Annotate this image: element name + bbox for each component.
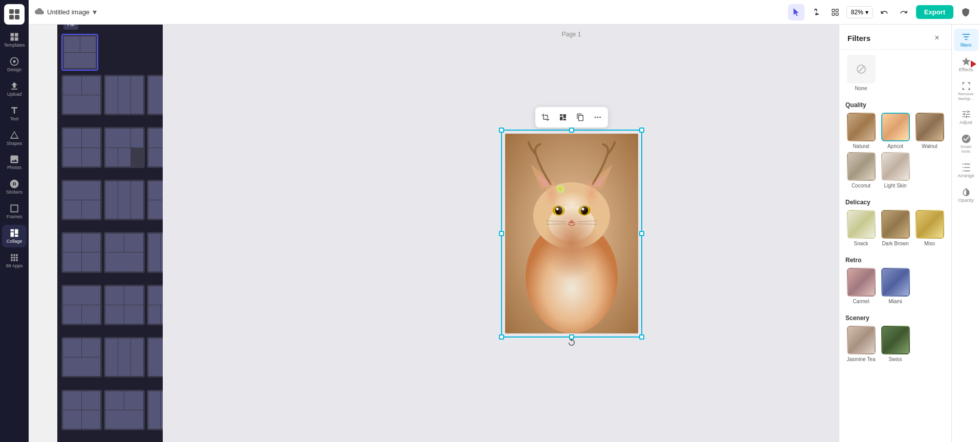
pan-tool-btn[interactable] xyxy=(808,4,824,20)
sidebar-item-templates[interactable]: Templates xyxy=(2,29,27,51)
svg-point-22 xyxy=(555,206,562,215)
right-filters-label: filters xyxy=(961,43,972,48)
template-item[interactable] xyxy=(104,232,144,272)
template-item[interactable] xyxy=(61,337,102,377)
filters-title: Filters xyxy=(847,34,870,43)
more-options-btn[interactable] xyxy=(590,109,606,125)
handle-top-right[interactable] xyxy=(639,128,644,133)
floating-toolbar xyxy=(535,107,608,128)
undo-btn[interactable] xyxy=(876,4,892,20)
template-item[interactable] xyxy=(104,285,144,325)
filter-miso[interactable]: Miso xyxy=(914,210,945,246)
filter-miso-label: Miso xyxy=(924,241,935,246)
svg-point-21 xyxy=(578,205,591,216)
handle-bottom-left[interactable] xyxy=(499,334,504,340)
filter-natural-thumb xyxy=(847,113,876,141)
svg-point-24 xyxy=(556,207,558,210)
handle-middle-right[interactable] xyxy=(639,231,644,236)
redo-btn[interactable] xyxy=(896,4,912,20)
handle-top-left[interactable] xyxy=(499,128,504,133)
svg-rect-1 xyxy=(15,9,19,14)
template-item[interactable] xyxy=(61,75,102,115)
right-item-removebg[interactable]: Remove backgr... xyxy=(954,78,978,104)
filter-snack[interactable]: Snack xyxy=(845,210,877,246)
collage-tool-btn[interactable] xyxy=(555,109,571,125)
right-item-arrange[interactable]: Arrange xyxy=(954,159,978,182)
retro-title: Retro xyxy=(845,257,945,264)
right-item-filters[interactable]: filters xyxy=(954,29,978,51)
right-arrange-label: Arrange xyxy=(957,174,974,179)
topbar-left: Untitled image ▾ xyxy=(35,7,784,18)
filter-natural[interactable]: Natural xyxy=(845,113,877,149)
sidebar-item-apps[interactable]: 88 Apps xyxy=(2,249,27,272)
template-item[interactable] xyxy=(104,390,144,430)
template-item[interactable] xyxy=(104,180,144,220)
scenery-title: Scenery xyxy=(845,314,945,322)
right-item-adjust[interactable]: Adjust xyxy=(954,106,978,129)
filters-close-btn[interactable]: × xyxy=(931,32,943,44)
sidebar-item-collage[interactable]: Collage xyxy=(2,225,27,247)
sidebar-item-stickers[interactable]: Stickers xyxy=(2,176,27,198)
handle-top-center[interactable] xyxy=(569,128,574,133)
cat-photo xyxy=(505,134,638,333)
template-item[interactable] xyxy=(61,180,102,220)
rotate-handle[interactable] xyxy=(567,338,577,348)
filter-none[interactable]: None xyxy=(845,55,877,91)
sidebar-item-design[interactable]: Design xyxy=(2,53,27,76)
title-chevron-icon[interactable]: ▾ xyxy=(93,7,97,17)
export-btn[interactable]: Export xyxy=(916,5,953,19)
retro-filter-grid: Carmel Miami xyxy=(845,268,945,304)
featured-template[interactable] xyxy=(61,34,98,71)
filter-miami[interactable]: Miami xyxy=(880,268,911,304)
app-logo[interactable] xyxy=(4,4,25,25)
filter-jasminetea[interactable]: Jasmine Tea xyxy=(845,326,877,362)
template-item[interactable] xyxy=(104,337,144,377)
handle-bottom-right[interactable] xyxy=(639,334,644,340)
filter-apricot[interactable]: Apricot xyxy=(880,113,911,149)
filter-carmel-thumb xyxy=(847,268,876,297)
svg-line-34 xyxy=(858,66,864,72)
template-item[interactable] xyxy=(104,127,144,167)
right-removebg-label: Remove backgr... xyxy=(956,92,976,101)
shield-btn[interactable] xyxy=(957,4,974,20)
topbar-center: 82% ▾ xyxy=(788,4,912,20)
sidebar-item-photos[interactable]: Photos xyxy=(2,151,27,174)
selected-image[interactable] xyxy=(505,134,638,333)
filter-carmel[interactable]: Carmel xyxy=(845,268,877,304)
template-item[interactable] xyxy=(61,127,102,167)
filter-miami-label: Miami xyxy=(888,299,902,304)
template-item[interactable] xyxy=(104,75,144,115)
filter-miami-thumb xyxy=(881,268,910,297)
sidebar-item-upload[interactable]: Upload xyxy=(2,78,27,100)
collage-label: Collage xyxy=(7,239,23,244)
svg-marker-26 xyxy=(568,220,575,223)
right-item-effects[interactable]: Effects xyxy=(954,53,978,76)
template-item[interactable] xyxy=(61,232,102,272)
right-item-opacity[interactable]: Opacity xyxy=(954,184,978,206)
right-item-smarttools[interactable]: Smart tools xyxy=(954,131,978,157)
handle-middle-left[interactable] xyxy=(499,231,504,236)
filter-darkbrown[interactable]: Dark Brown xyxy=(880,210,911,246)
sidebar-item-text[interactable]: Text xyxy=(2,102,27,125)
template-item[interactable] xyxy=(61,390,102,430)
sidebar-item-shapes[interactable]: Shapes xyxy=(2,127,27,150)
crop-tool-btn[interactable] xyxy=(537,109,554,125)
filter-coconut-label: Coconut xyxy=(852,183,870,188)
template-item[interactable] xyxy=(61,285,102,325)
filter-walnut[interactable]: Walnut xyxy=(914,113,945,149)
svg-point-25 xyxy=(581,207,584,210)
design-label: Design xyxy=(7,68,21,73)
filter-swiss[interactable]: Swiss xyxy=(880,326,911,362)
filter-jasminetea-thumb xyxy=(847,326,876,354)
svg-rect-3 xyxy=(15,15,19,19)
filter-darkbrown-label: Dark Brown xyxy=(882,241,908,246)
right-smarttools-label: Smart tools xyxy=(956,145,976,154)
filter-lightskin[interactable]: Light Skin xyxy=(880,152,911,188)
retro-section: Retro Carmel Miami xyxy=(839,251,951,309)
clone-tool-btn[interactable] xyxy=(572,109,589,125)
select-tool-btn[interactable] xyxy=(788,4,804,20)
zoom-control[interactable]: 82% ▾ xyxy=(846,6,873,18)
sidebar-item-frames[interactable]: Frames xyxy=(2,200,27,223)
filter-coconut[interactable]: Coconut xyxy=(845,152,877,188)
frame-tool-btn[interactable] xyxy=(827,4,843,20)
